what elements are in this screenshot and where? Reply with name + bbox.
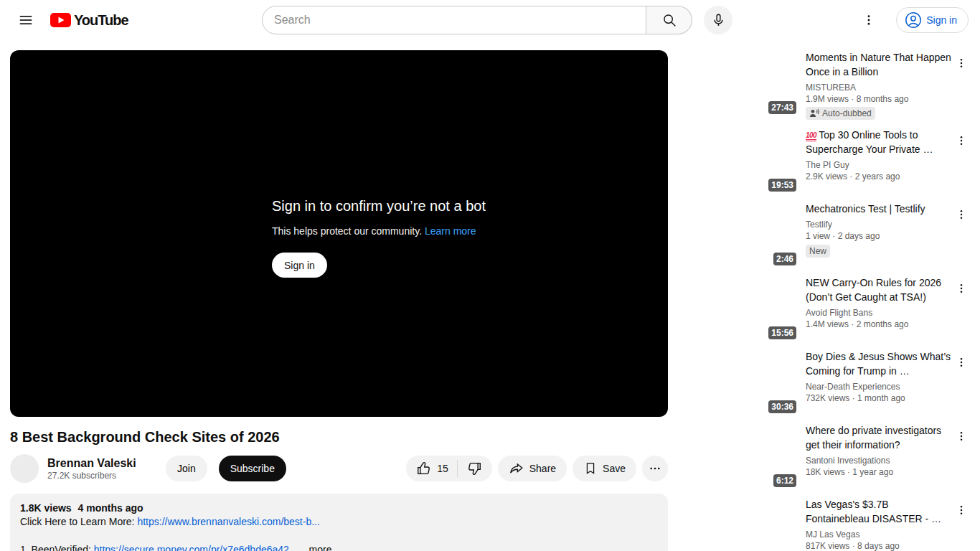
sign-in-button[interactable]: Sign in [896, 7, 969, 33]
kebab-icon [956, 209, 967, 220]
duration-badge: 15:56 [768, 326, 796, 339]
kebab-icon [956, 357, 967, 368]
video-meta: 2.9K views · 2 years ago [806, 171, 951, 182]
settings-kebab-icon[interactable] [854, 6, 883, 34]
duration-badge: 6:12 [773, 474, 796, 487]
kebab-icon [956, 504, 967, 516]
video-channel-name[interactable]: Near-Death Experiences [806, 382, 951, 392]
video-thumbnail[interactable]: 30:36 [679, 349, 800, 417]
kebab-icon [956, 57, 967, 69]
video-thumbnail[interactable]: 2:46 [679, 202, 800, 269]
like-button[interactable]: 15 [406, 456, 457, 481]
related-video-card: 30:36 Boy Dies & Jesus Shows What’s Comi… [679, 349, 970, 417]
new-badge: New [806, 245, 830, 258]
join-button[interactable]: Join [166, 456, 207, 481]
video-options-button[interactable] [953, 206, 970, 223]
video-meta: 1.4M views · 2 months ago [806, 319, 951, 329]
view-count: 1.8K views [20, 502, 72, 514]
share-icon [509, 461, 524, 476]
channel-avatar[interactable] [10, 454, 39, 483]
related-video-card: 27:43 Moments in Nature That Happen Once… [679, 50, 970, 121]
description-link[interactable]: https://www.brennanvaleski.com/best-b... [137, 516, 319, 527]
account-icon [905, 11, 922, 29]
menu-icon[interactable] [11, 6, 40, 34]
description-text: Click Here to Learn More: [20, 516, 137, 527]
video-thumbnail[interactable] [679, 497, 800, 551]
youtube-play-icon [50, 13, 71, 27]
sign-in-label: Sign in [926, 14, 957, 26]
kebab-icon [956, 430, 967, 442]
video-channel-name[interactable]: The PI Guy [806, 160, 951, 170]
video-meta: 817K views · 8 days ago [806, 541, 951, 551]
video-stats: 1.8K views4 months ago [20, 502, 658, 514]
overlay-title: Sign in to confirm you’re not a bot [272, 198, 486, 215]
video-title-link[interactable]: Top 30 Online Tools to Supercharge Your … [806, 128, 951, 156]
save-button[interactable]: Save [573, 456, 636, 481]
dubbing-person-icon [809, 108, 819, 118]
dislike-button[interactable] [458, 456, 492, 481]
video-channel-name[interactable]: Testlify [806, 220, 951, 230]
show-more-link[interactable]: ...more [301, 544, 332, 551]
kebab-icon [956, 135, 967, 146]
subscriber-count: 27.2K subscribers [47, 471, 144, 481]
video-options-button[interactable] [953, 501, 970, 519]
channel-name[interactable]: Brennan Valeski [47, 457, 144, 470]
more-actions-button[interactable] [642, 456, 668, 481]
video-player[interactable]: Sign in to confirm you’re not a bot This… [10, 50, 668, 417]
badge-label: New [809, 246, 826, 256]
bot-check-overlay: Sign in to confirm you’re not a bot This… [272, 198, 486, 278]
video-channel-name[interactable]: MISTUREBA [806, 83, 951, 93]
upload-age: 4 months ago [78, 502, 143, 514]
video-title-link[interactable]: NEW Carry-On Rules for 2026 (Don’t Get C… [806, 276, 951, 304]
youtube-logo[interactable]: YouTube [50, 12, 128, 29]
related-videos-sidebar: 27:43 Moments in Nature That Happen Once… [679, 50, 970, 551]
video-channel-name[interactable]: Santoni Investigations [806, 456, 951, 466]
video-options-button[interactable] [953, 354, 970, 371]
description-box[interactable]: 1.8K views4 months ago Click Here to Lea… [10, 494, 668, 551]
video-meta: 18K views · 1 year ago [806, 467, 951, 477]
video-options-button[interactable] [953, 280, 970, 297]
search-icon [661, 12, 677, 28]
voice-search-button[interactable] [704, 6, 732, 34]
video-options-button[interactable] [953, 132, 970, 149]
learn-more-link[interactable]: Learn more [425, 225, 476, 237]
subscribe-button[interactable]: Subscribe [219, 456, 286, 481]
video-options-button[interactable] [953, 55, 970, 72]
share-button[interactable]: Share [498, 456, 567, 481]
video-channel-name[interactable]: Avoid Flight Bans [806, 308, 951, 318]
video-title-link[interactable]: Where do private investigators get their… [806, 423, 951, 452]
duration-badge: 30:36 [768, 400, 796, 413]
mic-icon [711, 13, 726, 28]
description-link[interactable]: https://secure.money.com/pr/x7e6dbde6a42 [94, 544, 289, 551]
like-count: 15 [437, 463, 448, 474]
logo-wordmark: YouTube [74, 12, 128, 29]
video-options-button[interactable] [953, 428, 970, 445]
video-thumbnail[interactable]: 27:43 [679, 50, 800, 118]
video-title-link[interactable]: Boy Dies & Jesus Shows What’s Coming for… [806, 349, 951, 378]
search-button[interactable] [646, 6, 692, 34]
overlay-sign-in-button[interactable]: Sign in [272, 253, 327, 278]
video-title-link[interactable]: Moments in Nature That Happen Once in a … [806, 50, 951, 79]
search-bar [262, 6, 692, 34]
related-video-card: 6:12 Where do private investigators get … [679, 423, 970, 491]
video-thumbnail[interactable]: 6:12 [679, 423, 800, 491]
overlay-subtitle: This helps protect our community. [272, 225, 425, 237]
video-thumbnail[interactable]: 15:56 [679, 276, 800, 343]
related-video-card: 19:53 Top 30 Online Tools to Supercharge… [679, 128, 970, 195]
share-label: Share [529, 463, 556, 474]
related-video-card: 2:46 Mechatronics Test | Testlify Testli… [679, 202, 970, 269]
channel-row: Brennan Valeski 27.2K subscribers Join S… [10, 454, 668, 483]
hundred-points-emoji [806, 128, 816, 141]
related-video-card: Las Vegas's $3.7B Fontainebleau DISASTER… [679, 497, 970, 551]
primary-column: Sign in to confirm you’re not a bot This… [10, 50, 668, 551]
search-input[interactable] [262, 6, 646, 34]
more-horizontal-icon [649, 462, 661, 475]
video-thumbnail[interactable]: 19:53 [679, 128, 800, 195]
video-meta: 1.9M views · 8 months ago [806, 94, 951, 104]
video-title-link[interactable]: Mechatronics Test | Testlify [806, 202, 951, 216]
video-channel-name[interactable]: MJ Las Vegas [806, 529, 951, 540]
thumbs-down-icon [466, 461, 482, 476]
video-title-link[interactable]: Las Vegas's $3.7B Fontainebleau DISASTER… [806, 497, 951, 526]
top-bar: YouTube Sign in [0, 0, 980, 40]
auto-dubbed-badge: Auto-dubbed [806, 107, 875, 120]
